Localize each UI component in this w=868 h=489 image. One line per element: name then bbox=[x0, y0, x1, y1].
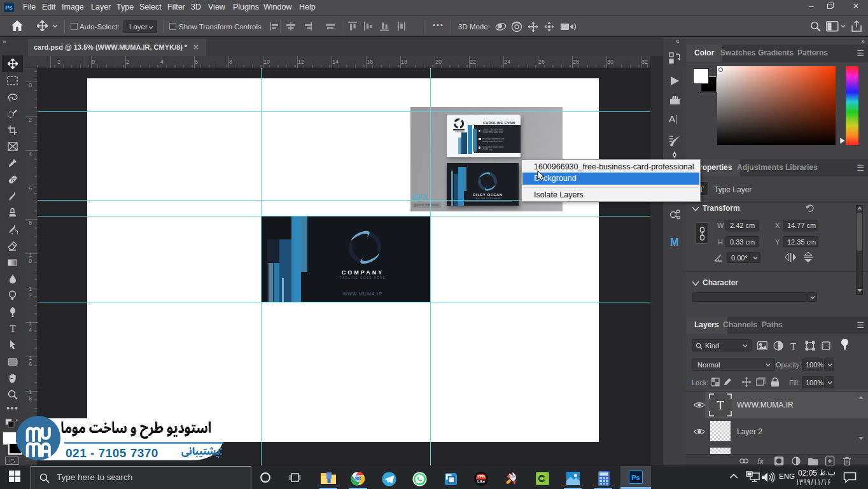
svg-text:fx: fx bbox=[757, 457, 764, 465]
svg-text:T: T bbox=[10, 323, 15, 334]
svg-text:T: T bbox=[717, 399, 724, 412]
svg-text:T: T bbox=[790, 341, 796, 351]
svg-text:021 - 7105 7370: 021 - 7105 7370 bbox=[66, 446, 158, 460]
